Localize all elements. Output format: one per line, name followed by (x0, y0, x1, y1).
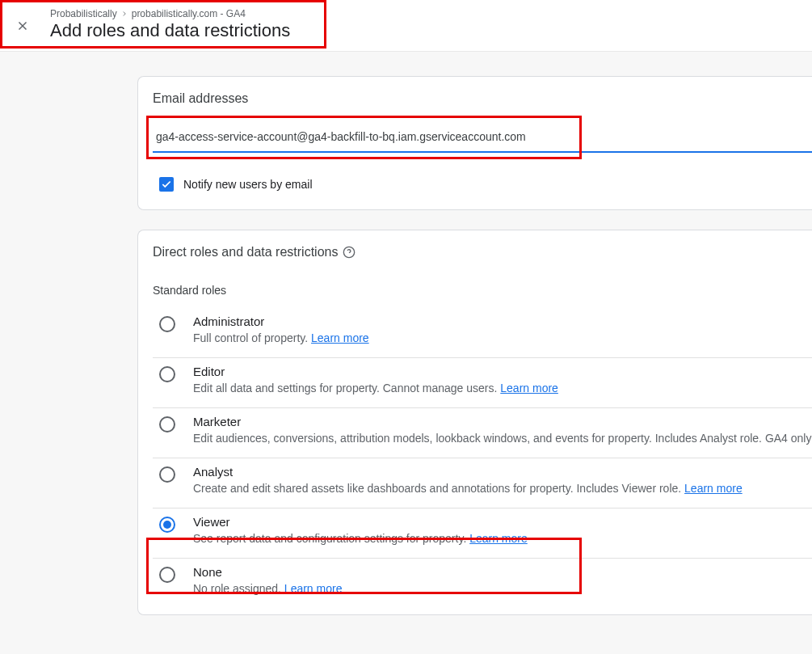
role-name: None (193, 565, 812, 579)
role-description: See report data and configuration settin… (193, 532, 812, 545)
learn-more-link[interactable]: Learn more (469, 532, 528, 545)
role-text: EditorEdit all data and settings for pro… (193, 365, 812, 395)
breadcrumb-account[interactable]: Probabilistically (50, 8, 117, 19)
role-description-text: Full control of property. (193, 331, 311, 344)
role-text: AdministratorFull control of property. L… (193, 314, 812, 344)
notify-checkbox[interactable] (159, 177, 174, 192)
role-text: NoneNo role assigned. Learn more (193, 565, 812, 595)
check-icon (161, 179, 172, 190)
email-card: Email addresses Notify new users by emai… (137, 76, 812, 210)
close-icon[interactable] (6, 10, 39, 42)
learn-more-link[interactable]: Learn more (684, 482, 743, 495)
role-description: Create and edit shared assets like dashb… (193, 482, 812, 495)
breadcrumb: Probabilistically probabilistically.com … (50, 8, 290, 19)
role-row[interactable]: NoneNo role assigned. Learn more (153, 559, 812, 608)
role-description-text: Edit audiences, conversions, attribution… (193, 432, 811, 445)
role-text: MarketerEdit audiences, conversions, att… (193, 415, 812, 445)
role-name: Administrator (193, 314, 812, 328)
email-input[interactable] (153, 120, 812, 153)
role-row[interactable]: ViewerSee report data and configuration … (153, 508, 812, 559)
role-text: ViewerSee report data and configuration … (193, 515, 812, 545)
role-description-text: No role assigned. (193, 582, 284, 595)
role-radio-marketer[interactable] (159, 416, 175, 432)
role-description: Edit all data and settings for property.… (193, 382, 812, 395)
role-radio-none[interactable] (159, 567, 175, 583)
learn-more-link[interactable]: Learn more (500, 382, 558, 395)
notify-label: Notify new users by email (183, 178, 313, 191)
role-radio-analyst[interactable] (159, 466, 175, 483)
role-name: Analyst (193, 465, 812, 479)
role-name: Marketer (193, 415, 812, 428)
role-text: AnalystCreate and edit shared assets lik… (193, 465, 812, 495)
roles-card-title: Direct roles and data restrictions (153, 245, 338, 259)
role-name: Editor (193, 365, 812, 378)
roles-card: Direct roles and data restrictions Stand… (137, 230, 812, 615)
role-radio-administrator[interactable] (159, 316, 175, 332)
top-bar: Probabilistically probabilistically.com … (0, 0, 812, 52)
learn-more-link[interactable]: Learn more (311, 331, 369, 344)
role-radio-editor[interactable] (159, 366, 175, 382)
role-row[interactable]: EditorEdit all data and settings for pro… (153, 358, 812, 408)
role-description: No role assigned. Learn more (193, 582, 812, 595)
role-description-text: Create and edit shared assets like dashb… (193, 482, 684, 495)
role-row[interactable]: AdministratorFull control of property. L… (153, 308, 812, 358)
learn-more-link[interactable]: Learn more (284, 582, 343, 595)
breadcrumb-property[interactable]: probabilistically.com - GA4 (132, 8, 246, 19)
help-icon[interactable] (343, 246, 356, 259)
role-description-text: Edit all data and settings for property.… (193, 382, 500, 395)
standard-roles-subtitle: Standard roles (153, 284, 812, 297)
role-radio-viewer[interactable] (159, 517, 175, 533)
role-description: Edit audiences, conversions, attribution… (193, 432, 812, 445)
email-card-title: Email addresses (153, 91, 812, 106)
chevron-right-icon (120, 10, 128, 18)
role-description-text: See report data and configuration settin… (193, 532, 469, 545)
role-row[interactable]: MarketerEdit audiences, conversions, att… (153, 408, 812, 458)
page-title: Add roles and data restrictions (50, 19, 290, 43)
role-name: Viewer (193, 515, 812, 529)
role-row[interactable]: AnalystCreate and edit shared assets lik… (153, 458, 812, 508)
role-description: Full control of property. Learn more (193, 331, 812, 344)
